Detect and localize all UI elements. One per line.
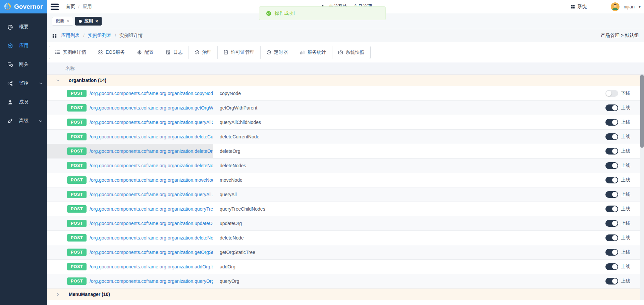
service-path-link[interactable]: /org.gocom.components.coframe.org.organi… bbox=[90, 278, 213, 284]
breadcrumb-separator: / bbox=[115, 33, 116, 38]
caret-down-icon[interactable]: ▾ bbox=[639, 4, 641, 9]
workspace-tab-label: 应用 bbox=[84, 18, 93, 24]
scrollbar-thumb[interactable] bbox=[640, 75, 644, 148]
avatar[interactable] bbox=[611, 2, 620, 11]
online-toggle[interactable] bbox=[605, 249, 618, 256]
method-badge: POST bbox=[67, 220, 87, 227]
service-path-link[interactable]: /org.gocom.components.coframe.org.organi… bbox=[90, 163, 213, 168]
method-badge: POST bbox=[67, 90, 87, 97]
service-path-link[interactable]: /org.gocom.components.coframe.org.organi… bbox=[90, 105, 213, 111]
online-toggle[interactable] bbox=[605, 104, 618, 111]
close-icon[interactable]: × bbox=[95, 19, 98, 24]
service-cell-endpoint: POST/org.gocom.components.coframe.org.or… bbox=[47, 202, 213, 216]
chevron-down-icon bbox=[39, 119, 43, 123]
brand-logo[interactable]: Governor bbox=[0, 0, 47, 13]
service-path-link[interactable]: /org.gocom.components.coframe.org.organi… bbox=[90, 91, 213, 96]
service-cell-status: 上线 bbox=[602, 115, 644, 129]
toolbar-tab[interactable]: 治理 bbox=[189, 46, 217, 59]
service-cell-status: 上线 bbox=[602, 159, 644, 173]
toggle-knob bbox=[612, 278, 618, 284]
service-path-link[interactable]: /org.gocom.components.coframe.org.organi… bbox=[90, 250, 213, 255]
close-icon[interactable]: × bbox=[67, 19, 69, 24]
toolbar-tab[interactable]: 许可证管理 bbox=[217, 46, 260, 59]
sidebar-item-label: 成员 bbox=[19, 99, 29, 105]
toolbar-tab[interactable]: 定时器 bbox=[260, 46, 294, 59]
active-dot-icon bbox=[79, 20, 82, 23]
toolbar-tab[interactable]: 配置 bbox=[131, 46, 160, 59]
workspace-tab[interactable]: 应用× bbox=[75, 17, 102, 26]
toggle-knob bbox=[612, 221, 618, 226]
service-cell-name: addOrg bbox=[213, 260, 602, 274]
toolbar-tab[interactable]: 实例组详情 bbox=[49, 46, 92, 59]
online-toggle[interactable] bbox=[605, 206, 618, 212]
service-cell-endpoint: POST/org.gocom.components.coframe.org.or… bbox=[47, 144, 213, 158]
service-cell-status: 上线 bbox=[602, 274, 644, 288]
online-toggle[interactable] bbox=[605, 263, 618, 270]
service-path-link[interactable]: /org.gocom.components.coframe.org.organi… bbox=[90, 120, 213, 125]
service-cell-name: deleteNodes bbox=[213, 159, 602, 173]
service-cell-name: moveNode bbox=[213, 173, 602, 187]
service-row: POST/org.gocom.components.coframe.org.or… bbox=[47, 245, 644, 260]
online-toggle[interactable] bbox=[605, 133, 618, 140]
toolbar-tab[interactable]: 日志 bbox=[160, 46, 189, 59]
toolbar-tab[interactable]: EOS服务 bbox=[92, 46, 131, 59]
status-label: 上线 bbox=[621, 134, 630, 140]
service-path-link[interactable]: /org.gocom.components.coframe.org.organi… bbox=[90, 264, 213, 269]
group-name: organization (14) bbox=[69, 78, 106, 83]
service-group-row[interactable]: organization (14) bbox=[47, 75, 644, 86]
service-cell-status: 上线 bbox=[602, 144, 644, 158]
online-toggle[interactable] bbox=[605, 177, 618, 183]
service-path-link[interactable]: /org.gocom.components.coframe.org.organi… bbox=[90, 134, 213, 139]
sidebar-item-advanced[interactable]: 高级 bbox=[0, 112, 47, 130]
success-toast: 操作成功! bbox=[259, 6, 386, 20]
toolbar-tab[interactable]: 系统快照 bbox=[332, 46, 370, 59]
online-toggle[interactable] bbox=[605, 162, 618, 169]
toggle-knob bbox=[612, 192, 618, 197]
service-path-link[interactable]: /org.gocom.components.coframe.org.organi… bbox=[90, 177, 213, 183]
breadcrumb: 应用列表/实例组列表/实例组详情 bbox=[61, 33, 143, 39]
online-toggle[interactable] bbox=[605, 278, 618, 285]
service-name: queryAllChildNodes bbox=[220, 120, 261, 125]
sidebar-item-apps[interactable]: 应用 bbox=[0, 36, 47, 55]
service-path-link[interactable]: /org.gocom.components.coframe.org.organi… bbox=[90, 235, 213, 241]
toggle-knob bbox=[612, 120, 618, 125]
online-toggle[interactable] bbox=[605, 234, 618, 241]
online-toggle[interactable] bbox=[605, 191, 618, 198]
breadcrumb-item[interactable]: 应用列表 bbox=[61, 33, 80, 39]
sidebar-item-label: 概要 bbox=[19, 24, 29, 30]
sidebar-item-members[interactable]: 成员 bbox=[0, 93, 47, 112]
service-row: POST/org.gocom.components.coframe.org.or… bbox=[47, 130, 644, 144]
breadcrumb-home-link[interactable]: 首页 bbox=[66, 4, 75, 10]
workspace-tab[interactable]: 概要× bbox=[52, 17, 73, 26]
online-toggle[interactable] bbox=[605, 148, 618, 155]
toolbar-tab[interactable]: 服务统计 bbox=[294, 46, 332, 59]
service-cell-status: 下线 bbox=[602, 86, 644, 100]
service-path-link[interactable]: /org.gocom.components.coframe.org.organi… bbox=[90, 206, 213, 212]
sidebar-item-gateway[interactable]: 网关 bbox=[0, 55, 47, 74]
service-cell-name: queryAllChildNodes bbox=[213, 115, 602, 129]
service-name: copyNode bbox=[220, 91, 241, 96]
service-cell-name: copyNode bbox=[213, 86, 602, 100]
toggle-knob bbox=[606, 91, 611, 96]
nav-system-button[interactable]: 系统 bbox=[571, 4, 587, 10]
username[interactable]: nijian bbox=[624, 4, 635, 9]
toggle-knob bbox=[612, 264, 618, 269]
service-path-link[interactable]: /org.gocom.components.coframe.org.organi… bbox=[90, 192, 213, 197]
online-toggle[interactable] bbox=[605, 220, 618, 227]
sidebar-item-monitor[interactable]: 监控 bbox=[0, 74, 47, 93]
service-path-link[interactable]: /org.gocom.components.coframe.org.organi… bbox=[90, 221, 213, 226]
service-group-row[interactable]: MenuManager (10) bbox=[47, 289, 644, 300]
breadcrumb-item[interactable]: 实例组列表 bbox=[88, 33, 111, 39]
sidebar-item-overview[interactable]: 概要 bbox=[0, 17, 47, 36]
method-badge: POST bbox=[67, 176, 87, 184]
hamburger-icon[interactable] bbox=[50, 2, 59, 11]
service-row: POST/org.gocom.components.coframe.org.or… bbox=[47, 159, 644, 173]
service-path-link[interactable]: /org.gocom.components.coframe.org.organi… bbox=[90, 148, 213, 154]
online-toggle[interactable] bbox=[605, 90, 618, 97]
method-badge: POST bbox=[67, 249, 87, 256]
service-cell-status: 上线 bbox=[602, 173, 644, 187]
gear-icon bbox=[137, 50, 142, 55]
status-label: 上线 bbox=[621, 249, 630, 255]
online-toggle[interactable] bbox=[605, 119, 618, 126]
method-badge: POST bbox=[67, 162, 87, 170]
